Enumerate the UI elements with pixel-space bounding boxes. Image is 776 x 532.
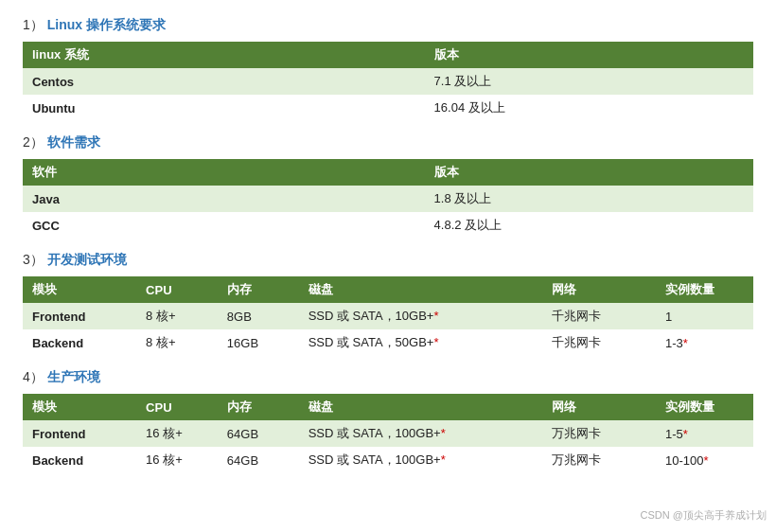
cell-0-1: 1.8 及以上 [425,186,753,212]
cell-0-3: SSD 或 SATA，100GB+* [299,420,542,447]
col-header-5: 实例数量 [656,276,753,303]
section-title-software: 2） 软件需求 [23,134,753,151]
cell-1-0: Ubuntu [23,95,425,121]
cell-1-5: 1-3* [656,329,753,356]
cell-1-2: 64GB [218,447,299,473]
col-header-0: linux 系统 [23,42,425,68]
col-header-1: 版本 [425,159,753,186]
col-header-5: 实例数量 [656,394,753,420]
cell-0-4: 千兆网卡 [542,303,656,329]
col-header-1: 版本 [425,42,753,68]
cell-0-3: SSD 或 SATA，10GB+* [299,303,542,329]
cell-1-1: 16 核+ [136,447,218,473]
col-header-2: 内存 [218,276,299,303]
section-title-prod: 4） 生产环境 [23,369,753,386]
col-header-1: CPU [136,276,218,303]
cell-0-0: Frontend [23,303,136,329]
cell-1-3: SSD 或 SATA，50GB+* [299,329,542,356]
cell-0-2: 64GB [218,420,299,447]
table-row: Frontend16 核+64GBSSD 或 SATA，100GB+*万兆网卡1… [23,420,753,447]
star-marker: * [704,453,709,468]
col-header-1: CPU [136,394,218,420]
table-row: Centos7.1 及以上 [23,68,753,95]
section-num: 1） [23,17,44,32]
cell-0-1: 7.1 及以上 [425,68,753,95]
table-software: 软件版本Java1.8 及以上GCC4.8.2 及以上 [23,159,753,239]
section-zh: 软件需求 [47,134,100,150]
star-marker: * [441,426,446,440]
col-header-4: 网络 [542,394,656,420]
cell-0-4: 万兆网卡 [542,420,656,447]
cell-0-0: Centos [23,68,425,95]
table-row: Ubuntu16.04 及以上 [23,95,753,121]
cell-1-1: 4.8.2 及以上 [425,212,753,239]
section-num: 3） [23,252,44,267]
cell-0-0: Frontend [23,420,136,447]
col-header-3: 磁盘 [299,394,542,420]
star-marker: * [683,336,688,350]
section-title-dev: 3） 开发测试环境 [23,252,753,269]
cell-1-4: 千兆网卡 [542,329,656,356]
cell-1-1: 8 核+ [136,329,218,356]
cell-0-5: 1 [656,303,753,329]
cell-1-0: GCC [23,212,425,239]
star-marker: * [683,427,688,441]
star-marker: * [433,309,438,323]
section-zh: 开发测试环境 [47,252,127,267]
section-num: 2） [23,134,44,150]
col-header-0: 软件 [23,159,425,186]
table-row: Backend8 核+16GBSSD 或 SATA，50GB+*千兆网卡1-3* [23,329,753,356]
table-row: Java1.8 及以上 [23,186,753,212]
star-marker: * [433,335,438,349]
table-prod: 模块CPU内存磁盘网络实例数量Frontend16 核+64GBSSD 或 SA… [23,394,753,473]
section-title-linux: 1） Linux 操作系统要求 [23,17,753,34]
table-row: Backend16 核+64GBSSD 或 SATA，100GB+*万兆网卡10… [23,447,753,473]
cell-1-4: 万兆网卡 [542,447,656,473]
col-header-0: 模块 [23,394,136,420]
watermark: CSDN @顶尖高手养成计划 [641,508,767,523]
table-linux: linux 系统版本Centos7.1 及以上Ubuntu16.04 及以上 [23,42,753,121]
cell-0-2: 8GB [218,303,299,329]
col-header-4: 网络 [542,276,656,303]
cell-1-2: 16GB [218,329,299,356]
table-dev: 模块CPU内存磁盘网络实例数量Frontend8 核+8GBSSD 或 SATA… [23,276,753,356]
cell-0-5: 1-5* [656,420,753,447]
cell-0-1: 16 核+ [136,420,218,447]
col-header-3: 磁盘 [299,276,542,303]
cell-1-1: 16.04 及以上 [425,95,753,121]
table-row: GCC4.8.2 及以上 [23,212,753,239]
cell-0-1: 8 核+ [136,303,218,329]
cell-1-3: SSD 或 SATA，100GB+* [299,447,542,473]
star-marker: * [441,452,446,467]
col-header-2: 内存 [218,394,299,420]
section-num: 4） [23,369,44,384]
cell-1-5: 10-100* [656,447,753,473]
cell-1-0: Backend [23,447,136,473]
table-row: Frontend8 核+8GBSSD 或 SATA，10GB+*千兆网卡1 [23,303,753,329]
cell-0-0: Java [23,186,425,212]
cell-1-0: Backend [23,329,136,356]
col-header-0: 模块 [23,276,136,303]
section-zh: Linux 操作系统要求 [47,17,166,32]
section-zh: 生产环境 [47,369,100,384]
